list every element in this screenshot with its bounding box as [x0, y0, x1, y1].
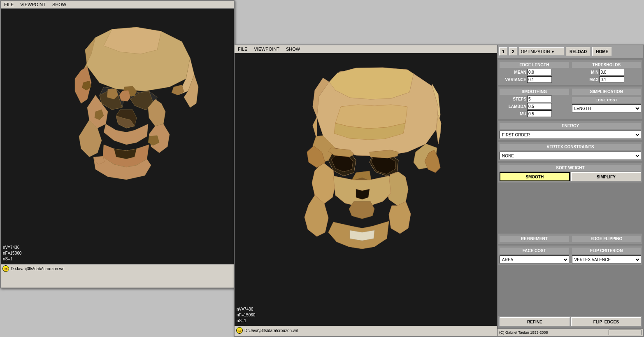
flip-criterion-select[interactable]: VERTEX VALENCE [572, 255, 642, 264]
lambda-input[interactable] [527, 103, 552, 110]
copyright: (C) Gabriel Taubin 1993-2008 [499, 330, 548, 335]
edge-cost-header: EDGE COST [572, 97, 642, 103]
mean-input[interactable] [527, 69, 552, 75]
background-window: FILE VIEWPOINT SHOW [0, 0, 235, 288]
front-menu-file[interactable]: FILE [236, 46, 249, 52]
simplification-header: SIMPLIFICATION [572, 89, 642, 95]
face-cost-header: FACE COST [500, 248, 569, 254]
front-filepath: D:\Java\j3lfs\data\crouzon.wrl [244, 328, 298, 333]
refine-button[interactable]: REFINE [500, 317, 570, 326]
back-filepath: D:\Java\j3lfs\data\crouzon.wrl [11, 267, 65, 271]
edge-cost-select[interactable]: LENGTH [572, 104, 642, 112]
steps-input[interactable] [527, 96, 552, 102]
top-toolbar: 1 2 OPTIMIZATION ▼ RELOAD HOME [498, 45, 643, 59]
soft-weight-header: SOFT WEIGHT [500, 165, 641, 171]
btn-1[interactable]: 1 [499, 47, 507, 56]
dropdown-arrow-icon: ▼ [551, 49, 555, 54]
thresholds-header: THRESHOLDS [572, 62, 642, 68]
mean-label: MEAN [500, 70, 526, 75]
mu-input[interactable] [527, 110, 552, 117]
back-menu-show[interactable]: SHOW [51, 2, 68, 7]
front-menu-viewpoint[interactable]: VIEWPOINT [252, 46, 281, 52]
reload-button[interactable]: RELOAD [566, 47, 591, 56]
svg-marker-48 [389, 201, 411, 234]
vertex-constraints-header: VERTEX CONSTRAINTS [500, 144, 641, 150]
front-stats: nV=7436 nF=15060 nS=1 [237, 307, 255, 324]
svg-marker-56 [335, 105, 407, 129]
lambda-label: LAMBDA [500, 104, 526, 109]
steps-label: STEPS [500, 97, 526, 101]
front-window: FILE VIEWPOINT SHOW [234, 44, 644, 337]
variance-label: VARIANCE [500, 77, 526, 82]
smooth-button[interactable]: SMOOTH [500, 172, 570, 181]
refinement-header: REFINEMENT [500, 236, 569, 242]
edge-length-header: EDGE LENGTH [500, 62, 569, 68]
face-cost-select[interactable]: AREA [500, 255, 569, 264]
variance-input[interactable] [527, 76, 552, 83]
front-smiley: 😊 [236, 327, 243, 334]
back-menu-viewpoint[interactable]: VIEWPOINT [19, 2, 47, 7]
back-smiley: 😊 [2, 265, 9, 272]
max-input[interactable] [600, 76, 624, 83]
right-panel: 1 2 OPTIMIZATION ▼ RELOAD HOME EDGE LENG… [497, 45, 643, 336]
home-button[interactable]: HOME [592, 47, 612, 56]
progress-bar [609, 330, 642, 335]
edge-flipping-header: EDGE FLIPPING [572, 236, 642, 242]
simplify-button[interactable]: SIMPLIFY [571, 172, 642, 181]
mu-label: MU [500, 112, 526, 116]
svg-marker-46 [349, 201, 374, 219]
back-viewport: nV=7436 nF=15060 nS=1 [1, 9, 234, 264]
min-label: MIN [572, 70, 599, 75]
back-stats: nV=7436 nF=15060 nS=1 [3, 245, 21, 262]
vertex-constraints-select[interactable]: NONE [500, 152, 641, 160]
flip-criterion-header: FLIP CRITERION [572, 248, 642, 254]
optimization-dropdown[interactable]: OPTIMIZATION ▼ [519, 47, 564, 56]
front-menu-show[interactable]: SHOW [284, 46, 302, 52]
energy-header: ENERGY [500, 123, 641, 129]
back-statusbar: 😊 D:\Java\j3lfs\data\crouzon.wrl [1, 264, 234, 273]
smoothing-header: SMOOTHING [500, 89, 569, 95]
flip-edges-button[interactable]: FLIP_EDGES [571, 317, 642, 326]
back-menu-file[interactable]: FILE [2, 2, 15, 7]
btn-2[interactable]: 2 [509, 47, 517, 56]
min-input[interactable] [600, 69, 624, 75]
max-label: MAX [572, 77, 599, 82]
back-menubar[interactable]: FILE VIEWPOINT SHOW [1, 1, 234, 9]
energy-select[interactable]: FIRST ORDER [500, 131, 641, 139]
